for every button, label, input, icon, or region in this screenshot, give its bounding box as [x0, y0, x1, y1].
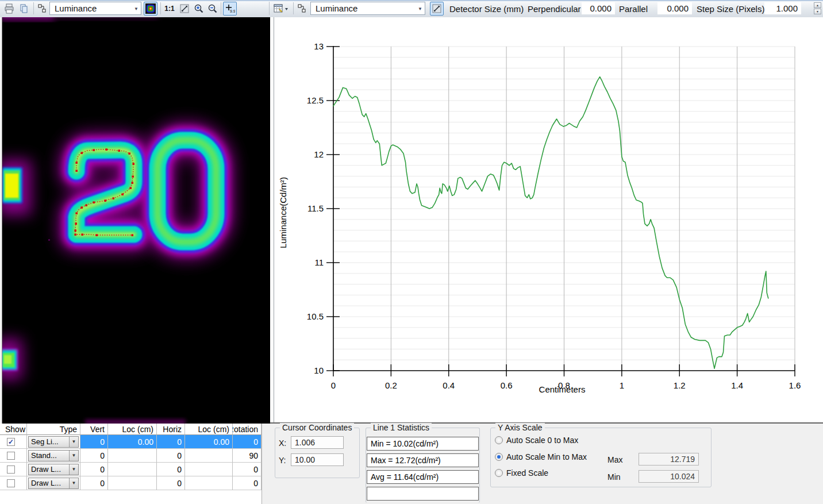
export-table-button[interactable] [272, 2, 290, 16]
profile-line[interactable] [333, 77, 768, 369]
luminance-image-panel[interactable] [0, 17, 270, 424]
loc-horiz-cell[interactable]: 0.00 [185, 435, 233, 449]
false-color-button[interactable] [144, 2, 157, 16]
column-header-show: Show [0, 424, 27, 435]
profile-line-tool-button[interactable] [295, 2, 309, 16]
profile-chart-panel: 1010.51111.51212.51300.20.40.60.811.21.4… [270, 17, 823, 424]
rotation-cell[interactable]: 90 [233, 449, 261, 463]
y-tick-label: 11 [314, 257, 324, 267]
step-size-field[interactable]: 1.000 [764, 2, 801, 14]
profile-chart-svg[interactable]: 1010.51111.51212.51300.20.40.60.811.21.4… [270, 17, 822, 422]
type-cell[interactable]: Draw L...▼ [27, 476, 80, 490]
rotation-cell[interactable]: 0 [233, 435, 261, 449]
stat-min: Min = 10.02(cd/m²) [367, 437, 479, 451]
radio-auto-scale-min-to-max[interactable]: Auto Scale Min to Max [495, 452, 587, 461]
image-channel-combo[interactable]: Luminance ▼ [49, 2, 141, 15]
cursor-x-label: X: [279, 438, 286, 448]
profile-channel-combo[interactable]: Luminance ▼ [310, 2, 425, 15]
table-export-icon [274, 3, 289, 14]
print-button[interactable] [2, 2, 16, 16]
column-header-rotation: Rotation [233, 424, 261, 435]
chevron-down-icon[interactable]: ▼ [69, 478, 78, 488]
table-row[interactable]: Draw L...▼000 [0, 463, 261, 476]
zoom-in-button[interactable] [192, 2, 206, 16]
cursor-readout-button[interactable]: 9.9 [223, 2, 237, 16]
chevron-down-icon[interactable]: ▼ [69, 464, 78, 475]
loc-horiz-cell[interactable] [185, 449, 233, 463]
toolbar-separator [160, 2, 161, 14]
type-cell[interactable]: Draw L...▼ [27, 463, 80, 476]
type-cell[interactable]: Stand...▼ [27, 449, 80, 463]
false-color-image[interactable] [0, 17, 270, 424]
perpendicular-label: Perpendicular [528, 4, 581, 14]
show-cell[interactable] [0, 449, 27, 463]
rotation-cell[interactable]: 0 [233, 463, 261, 476]
type-dropdown-value: Seg Li... [29, 437, 69, 446]
table-row[interactable]: Stand...▼0090 [0, 449, 261, 463]
y-tick-label: 10 [314, 366, 324, 375]
radio-fixed-scale[interactable]: Fixed Scale [495, 468, 548, 478]
show-checkbox[interactable] [7, 479, 15, 487]
zoom-one-to-one-button[interactable]: 1:1 [162, 2, 177, 16]
type-dropdown[interactable]: Draw L...▼ [28, 478, 79, 489]
vert-cell[interactable]: 0 [80, 449, 108, 463]
show-checkbox[interactable] [7, 452, 15, 460]
show-checkbox[interactable]: ✓ [7, 438, 15, 446]
spinner-down-icon[interactable]: ▼ [814, 9, 821, 14]
type-dropdown[interactable]: Draw L...▼ [28, 464, 79, 475]
segmented-line-icon [37, 3, 48, 14]
table-row[interactable]: Draw L...▼000 [0, 476, 261, 490]
line-profile-tool-button[interactable] [36, 2, 49, 16]
max-value-field[interactable]: 12.719 [639, 453, 699, 465]
copy-icon [19, 3, 29, 14]
horiz-cell[interactable]: 0 [157, 435, 185, 449]
loc-horiz-cell[interactable] [185, 463, 233, 476]
zoom-out-button[interactable] [206, 2, 220, 16]
loc-vert-cell[interactable] [108, 449, 157, 463]
svg-text:9.9: 9.9 [230, 9, 235, 13]
show-cell[interactable] [0, 463, 27, 476]
radio-button-icon[interactable] [495, 436, 503, 444]
loc-vert-cell[interactable]: 0.00 [108, 435, 157, 449]
step-size-spinner[interactable]: ▲ ▼ [814, 2, 821, 15]
parallel-field[interactable]: 0.000 [657, 2, 692, 14]
radio-button-icon[interactable] [495, 453, 503, 461]
y-axis-title: Luminance(Cd/m²) [278, 177, 288, 248]
toolbar-separator [33, 2, 34, 14]
horiz-cell[interactable]: 0 [157, 449, 185, 463]
radio-auto-scale-0-to-max[interactable]: Auto Scale 0 to Max [495, 436, 578, 445]
perpendicular-field[interactable]: 0.000 [582, 2, 615, 14]
loc-vert-cell[interactable] [108, 463, 157, 476]
horiz-cell[interactable]: 0 [157, 463, 185, 476]
fit-to-window-button[interactable] [178, 2, 191, 16]
vert-cell[interactable]: 0 [80, 463, 108, 476]
line1-statistics-title: Line 1 Statistics [371, 423, 432, 432]
horiz-cell[interactable]: 0 [157, 476, 185, 490]
radio-button-icon[interactable] [495, 469, 503, 477]
min-value-field[interactable]: 10.024 [639, 470, 699, 483]
type-dropdown[interactable]: Stand...▼ [28, 450, 79, 461]
measurement-table[interactable]: ShowTypeVertLoc (cm)HorizLoc (cm)Rotatio… [0, 424, 262, 504]
vert-cell[interactable]: 0 [80, 435, 108, 449]
spinner-up-icon[interactable]: ▲ [814, 2, 821, 8]
rotation-cell[interactable]: 0 [233, 476, 261, 490]
scale-profile-button[interactable] [430, 2, 444, 16]
type-cell[interactable]: Seg Li...▼ [27, 435, 80, 449]
bottom-panel: ShowTypeVertLoc (cm)HorizLoc (cm)Rotatio… [0, 424, 823, 504]
show-cell[interactable] [0, 476, 27, 490]
show-checkbox[interactable] [7, 465, 15, 474]
chevron-down-icon: ▼ [134, 6, 139, 11]
type-dropdown[interactable]: Seg Li...▼ [28, 436, 79, 448]
table-row[interactable]: ✓Seg Li...▼00.0000.000 [0, 435, 261, 449]
parallel-label: Parallel [619, 4, 648, 14]
step-size-label: Step Size (Pixels) [697, 4, 764, 14]
show-cell[interactable]: ✓ [0, 435, 27, 449]
x-axis-title: Centimeters [539, 384, 586, 394]
stat-avg: Avg = 11.64(cd/m²) [367, 470, 479, 484]
vert-cell[interactable]: 0 [80, 476, 108, 490]
loc-horiz-cell[interactable] [185, 476, 233, 490]
chevron-down-icon[interactable]: ▼ [69, 451, 78, 461]
chevron-down-icon[interactable]: ▼ [69, 437, 78, 447]
loc-vert-cell[interactable] [108, 476, 157, 490]
copy-button[interactable] [17, 2, 31, 16]
